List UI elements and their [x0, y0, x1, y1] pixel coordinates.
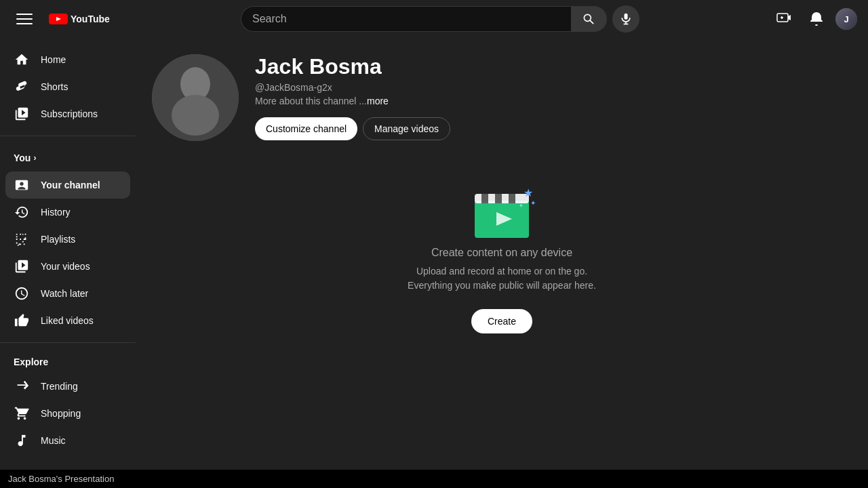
bottom-bar-text: Jack Bosma's Presentation — [8, 474, 114, 484]
sidebar-item-home[interactable]: Home — [5, 46, 130, 73]
create-button[interactable] — [770, 5, 797, 33]
sidebar-you-section: You › Your channel History Playlists Y — [0, 142, 136, 337]
sidebar-divider-1 — [0, 136, 136, 136]
sidebar: Home Shorts Subscriptions You › Your cha… — [0, 38, 136, 488]
voice-search-button[interactable] — [612, 5, 639, 33]
customize-channel-button[interactable]: Customize channel — [255, 117, 357, 140]
search-button[interactable] — [571, 6, 607, 32]
sidebar-item-liked-videos[interactable]: Liked videos — [5, 307, 130, 334]
chevron-right-icon: › — [33, 153, 36, 163]
sidebar-shorts-label: Shorts — [41, 81, 68, 92]
user-avatar-button[interactable]: J — [835, 8, 857, 30]
channel-handle: @JackBosma-g2x — [255, 82, 852, 93]
create-video-button[interactable]: Create — [471, 309, 532, 333]
sidebar-item-watch-later[interactable]: Watch later — [5, 280, 130, 307]
sidebar-item-playlists[interactable]: Playlists — [5, 226, 130, 253]
watch-later-icon — [14, 285, 30, 302]
channel-more-link[interactable]: more — [367, 96, 389, 106]
shopping-icon — [14, 405, 30, 422]
svg-text:✦: ✦ — [519, 203, 524, 209]
sidebar-divider-2 — [0, 342, 136, 343]
sidebar-home-label: Home — [41, 54, 66, 65]
channel-info: Jack Bosma @JackBosma-g2x More about thi… — [255, 54, 852, 140]
sidebar-shopping-label: Shopping — [41, 408, 81, 419]
channel-actions: Customize channel Manage videos — [255, 117, 852, 140]
sidebar-item-shorts[interactable]: Shorts — [5, 73, 130, 100]
svg-text:✦: ✦ — [530, 199, 536, 207]
svg-rect-8 — [625, 14, 628, 20]
svg-rect-21 — [481, 194, 488, 203]
home-icon — [14, 52, 30, 68]
search-container — [137, 5, 743, 33]
avatar: J — [835, 8, 857, 30]
channel-avatar — [152, 54, 239, 141]
svg-rect-23 — [509, 194, 515, 203]
sidebar-item-your-videos[interactable]: Your videos — [5, 253, 130, 280]
playlists-icon — [14, 231, 30, 247]
svg-line-7 — [590, 20, 593, 24]
sidebar-item-subscriptions[interactable]: Subscriptions — [5, 100, 130, 127]
sidebar-history-label: History — [41, 207, 71, 218]
youtube-logo[interactable]: YouTube — [43, 12, 110, 26]
sidebar-playlists-label: Playlists — [41, 234, 75, 245]
svg-point-15 — [815, 24, 818, 26]
subscriptions-icon — [14, 106, 30, 122]
sidebar-explore-section: Explore Trending Shopping Music — [0, 348, 136, 457]
sidebar-item-music[interactable]: Music — [5, 427, 130, 454]
sidebar-your-channel-label: Your channel — [41, 180, 100, 190]
svg-rect-2 — [16, 23, 33, 24]
svg-rect-0 — [16, 14, 33, 15]
search-input[interactable] — [241, 6, 571, 32]
sidebar-trending-label: Trending — [41, 381, 78, 392]
topbar-right: J — [770, 5, 857, 33]
sidebar-explore-header: Explore — [0, 351, 136, 373]
svg-rect-22 — [495, 194, 502, 203]
channel-header: Jack Bosma @JackBosma-g2x More about thi… — [136, 38, 868, 141]
svg-text:★: ★ — [524, 187, 533, 199]
sidebar-item-your-channel[interactable]: Your channel — [5, 171, 130, 199]
clapperboard-icon: ★ ✦ ✦ — [468, 182, 549, 243]
sidebar-main-nav: Home Shorts Subscriptions — [0, 43, 136, 130]
shorts-icon — [14, 79, 30, 95]
sidebar-music-label: Music — [41, 435, 66, 446]
menu-button[interactable] — [11, 5, 38, 33]
sidebar-you-header[interactable]: You › — [0, 144, 136, 171]
sidebar-liked-videos-label: Liked videos — [41, 315, 94, 326]
sidebar-item-shopping[interactable]: Shopping — [5, 400, 130, 427]
svg-point-18 — [172, 95, 219, 136]
main-content: Jack Bosma @JackBosma-g2x More about thi… — [136, 38, 868, 488]
sidebar-watch-later-label: Watch later — [41, 288, 88, 299]
search-form[interactable] — [241, 6, 607, 32]
liked-videos-icon — [14, 312, 30, 329]
sidebar-item-history[interactable]: History — [5, 199, 130, 226]
your-videos-icon — [14, 258, 30, 274]
music-icon — [14, 432, 30, 449]
sidebar-item-trending[interactable]: Trending — [5, 373, 130, 400]
svg-text:YouTube: YouTube — [71, 14, 110, 24]
svg-rect-1 — [16, 18, 33, 20]
channel-name: Jack Bosma — [255, 54, 852, 79]
sidebar-your-videos-label: Your videos — [41, 261, 90, 272]
bottom-bar: Jack Bosma's Presentation — [0, 470, 868, 488]
history-icon — [14, 204, 30, 220]
manage-videos-button[interactable]: Manage videos — [363, 117, 450, 140]
empty-state: ★ ✦ ✦ Create content on any device Uploa… — [136, 141, 868, 374]
trending-icon — [14, 378, 30, 394]
notifications-button[interactable] — [803, 5, 830, 33]
sidebar-you-label: You — [14, 152, 31, 163]
empty-state-illustration: ★ ✦ ✦ — [468, 182, 536, 236]
avatar-image — [152, 54, 239, 141]
channel-description: More about this channel ...more — [255, 96, 852, 106]
your-channel-icon — [14, 177, 30, 193]
sidebar-subscriptions-label: Subscriptions — [41, 108, 98, 119]
empty-state-description: Upload and record at home or on the go. … — [408, 264, 596, 293]
empty-state-title: Create content on any device — [431, 247, 572, 259]
topbar: YouTube — [0, 0, 868, 38]
